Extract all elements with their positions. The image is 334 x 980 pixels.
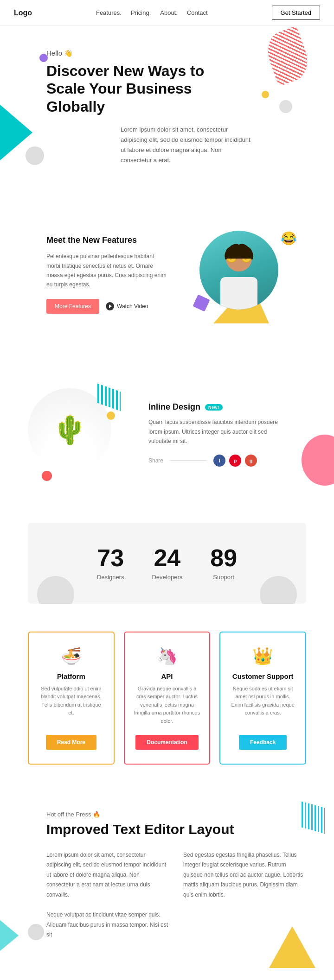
platform-card-button[interactable]: Read More <box>46 735 96 750</box>
laughing-emoji: 😂 <box>281 231 297 246</box>
stat-developers: 24 Developers <box>152 546 182 581</box>
api-card-title: API <box>161 672 173 680</box>
nav-link-pricing[interactable]: Pricing <box>131 9 151 16</box>
customer-support-card-emoji: 👑 <box>252 646 273 666</box>
get-started-button[interactable]: Get Started <box>272 6 320 20</box>
api-card: 🦄 API Gravida neque convallis a cras sem… <box>124 632 211 765</box>
customer-support-card-title: Customer Support <box>232 672 294 680</box>
nav-link-about[interactable]: About <box>160 9 178 16</box>
stat-label-designers: Designers <box>97 574 124 581</box>
blog-title: Improved Text Editor Layout <box>46 822 306 837</box>
hero-greeting: Hello 👋 <box>46 49 306 57</box>
share-icons: f p g <box>213 455 257 467</box>
purple-card-decoration <box>193 294 210 311</box>
watch-video-button[interactable]: Watch Video <box>106 302 148 310</box>
stat-designers: 73 Designers <box>97 546 124 581</box>
share-row: Share f p g <box>148 455 288 467</box>
pinterest-share-icon[interactable]: p <box>229 455 241 467</box>
features-title: Meet the New Features <box>46 235 167 245</box>
svg-rect-1 <box>220 277 257 310</box>
stats-section: 73 Designers 24 Developers 89 Support <box>28 523 306 604</box>
stat-number-developers: 24 <box>152 546 182 570</box>
red-circle-decoration <box>42 471 52 481</box>
api-card-description: Gravida neque convallis a cras semper au… <box>134 685 200 726</box>
nav-link-contact[interactable]: Contact <box>187 9 208 16</box>
blog-tag: Hot off the Press 🔥 <box>46 811 306 818</box>
stat-number-designers: 73 <box>97 546 124 570</box>
platform-card-description: Sed vulputate odio ut enim blandit volut… <box>38 685 104 726</box>
inline-right-col: Inline Design New! Quam lacus suspendiss… <box>148 402 288 466</box>
stat-label-support: Support <box>210 574 237 581</box>
navbar: Logo Features Pricing About Contact Get … <box>0 0 334 26</box>
pink-blob-decoration <box>302 435 334 486</box>
inline-title: Inline Design <box>148 402 200 412</box>
features-left-col: Meet the New Features Pellentesque pulvi… <box>46 235 167 314</box>
features-section: Meet the New Features Pellentesque pulvi… <box>0 194 334 356</box>
gray-blob-left <box>37 576 74 604</box>
hero-section: Hello 👋 Discover New Ways to Scale Your … <box>0 26 334 194</box>
striped-leaf-decoration <box>262 26 314 86</box>
yellow-triangle-blog-decoration <box>269 926 315 968</box>
blog-col1-text: Lorem ipsum dolor sit amet, consectetur … <box>46 850 169 900</box>
platform-card-title: Platform <box>57 672 85 680</box>
platform-card: 🍜 Platform Sed vulputate odio ut enim bl… <box>28 632 115 765</box>
share-label: Share <box>148 457 163 464</box>
facebook-share-icon[interactable]: f <box>213 455 225 467</box>
nav-link-features[interactable]: Features <box>96 9 122 16</box>
nav-links: Features Pricing About Contact <box>96 9 208 16</box>
customer-support-card-description: Neque sodales ut etiam sit amet nsl puru… <box>230 685 296 726</box>
stat-support: 89 Support <box>210 546 237 581</box>
blog-section: Hot off the Press 🔥 Improved Text Editor… <box>0 783 334 968</box>
inline-left-col: 🌵 <box>28 384 130 486</box>
features-person-image: $ $ <box>199 231 278 310</box>
features-right-col: $ $ 😂 <box>186 221 297 328</box>
stat-number-support: 89 <box>210 546 237 570</box>
features-description: Pellentesque pulvinar pellentesque habit… <box>46 252 167 290</box>
small-gray-circle-decoration <box>279 100 292 113</box>
google-share-icon[interactable]: g <box>245 455 257 467</box>
new-badge: New! <box>205 404 223 411</box>
more-features-button[interactable]: More Features <box>46 299 99 314</box>
share-line-divider <box>170 460 207 461</box>
play-icon <box>106 302 114 310</box>
api-card-emoji: 🦄 <box>157 646 178 666</box>
inline-design-section: 🌵 Inline Design New! Quam lacus suspendi… <box>0 356 334 513</box>
logo: Logo <box>14 9 32 17</box>
customer-support-card: 👑 Customer Support Neque sodales ut etia… <box>219 632 306 765</box>
watch-video-label: Watch Video <box>117 303 148 310</box>
gray-circle-decoration <box>26 146 44 165</box>
blog-col-1: Lorem ipsum dolor sit amet, consectetur … <box>46 850 169 940</box>
yellow-circle-decoration <box>262 91 269 98</box>
platform-card-emoji: 🍜 <box>61 646 82 666</box>
gray-blob-right <box>260 576 297 604</box>
cards-section: 🍜 Platform Sed vulputate odio ut enim bl… <box>0 613 334 783</box>
yellow-circle2-decoration <box>107 411 115 420</box>
blog-col1-text2: Neque volutpat ac tincidunt vitae semper… <box>46 910 169 940</box>
customer-support-card-button[interactable]: Feedback <box>239 735 287 750</box>
hero-description: Lorem ipsum dolor sit amet, consectetur … <box>121 125 250 165</box>
stat-label-developers: Developers <box>152 574 182 581</box>
blog-col2-text: Sed egestas egestas fringilla phasellus.… <box>183 850 306 900</box>
inline-title-row: Inline Design New! <box>148 402 288 412</box>
cyan-triangle-blog-decoration <box>0 912 19 959</box>
blog-columns: Lorem ipsum dolor sit amet, consectetur … <box>46 850 306 940</box>
gray-circle-blog-decoration <box>28 924 44 940</box>
features-buttons: More Features Watch Video <box>46 299 167 314</box>
person-svg: $ $ <box>211 240 267 310</box>
inline-description: Quam lacus suspendisse faucibus interdum… <box>148 417 288 446</box>
hero-title: Discover New Ways to Scale Your Business… <box>46 62 213 115</box>
purple-circle-decoration <box>39 54 48 62</box>
api-card-button[interactable]: Documentation <box>135 735 198 750</box>
person-placeholder: $ $ <box>199 231 278 310</box>
